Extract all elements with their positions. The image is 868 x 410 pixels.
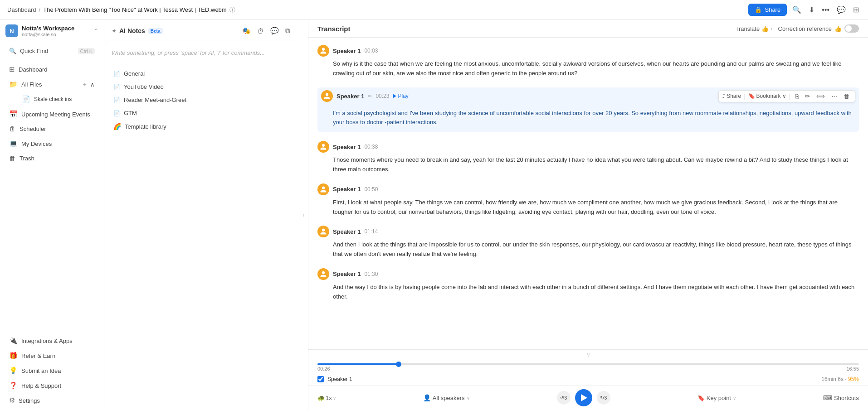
transcript-entry-6: Speaker 1 01:30 And the way I do this is… — [317, 268, 859, 302]
shortcuts-button[interactable]: ⌨ Shortcuts — [823, 394, 859, 401]
speed-chevron-icon: ∨ — [333, 396, 336, 400]
translate-thumb-icon: 👍 — [761, 25, 769, 32]
speed-button[interactable]: 🐢 1x ∨ — [317, 395, 336, 401]
speaker-avatar — [321, 90, 333, 102]
speaker-checkbox[interactable] — [317, 376, 324, 382]
list-item-general[interactable]: 📄 General — [110, 67, 293, 80]
comment-button[interactable]: 💬 — [835, 4, 848, 16]
timeline-thumb[interactable] — [396, 362, 401, 367]
topbar-actions: 🔒 Share 🔍 ⬇ ••• 💬 ⊞ — [748, 4, 861, 16]
sidebar-item-trash[interactable]: 🗑 Trash — [4, 151, 100, 165]
upcoming-icon: 📅 — [9, 110, 18, 118]
main-layout: N Notta's Workspace notta@skale.so ⌃ 🔍 Q… — [0, 20, 868, 410]
sidebar-item-upcoming[interactable]: 📅 Upcoming Meeting Events — [4, 107, 100, 121]
list-item-label: Template library — [125, 123, 166, 130]
workspace-header[interactable]: N Notta's Workspace notta@skale.so ⌃ — [0, 20, 104, 42]
edit-icon[interactable]: ✏ — [368, 93, 372, 99]
speaker-name: Speaker 1 — [336, 93, 364, 100]
transcript-entry-4: Speaker 1 00:50 First, I look at what pe… — [317, 183, 859, 217]
transcript-text: And then I look at the things that are i… — [317, 240, 859, 259]
correction-toggle[interactable] — [844, 24, 859, 33]
list-item-reader-meet[interactable]: 📄 Reader Meet-and-Greet — [110, 93, 293, 106]
quick-find[interactable]: 🔍 Quick Find Ctrl K — [4, 44, 100, 58]
share-button[interactable]: 🔒 Share — [748, 4, 787, 16]
copy-icon[interactable]: ⧉ — [284, 25, 292, 36]
sidebar-item-my-devices[interactable]: 💻 My Devices — [4, 136, 100, 151]
copy-action-button[interactable]: ⎘ — [793, 92, 800, 101]
play-icon — [581, 394, 587, 401]
download-button[interactable]: ⬇ — [807, 4, 816, 16]
list-item-youtube[interactable]: 📄 YouTube Video — [110, 80, 293, 93]
sidebar-item-integrations[interactable]: 🔌 Integrations & Apps — [4, 333, 100, 348]
trash-icon: 🗑 — [9, 154, 16, 162]
more-options-button[interactable]: ••• — [820, 4, 831, 16]
list-item-gtm[interactable]: 📄 GTM — [110, 106, 293, 120]
doc-icon: 📄 — [113, 110, 120, 116]
sidebar-item-submit-idea[interactable]: 💡 Submit an Idea — [4, 363, 100, 378]
play-inline-button[interactable]: Play — [393, 93, 408, 99]
emoji-icon[interactable]: 🎭 — [241, 25, 252, 36]
workspace-name: Notta's Workspace — [22, 25, 90, 32]
speakers-chevron-icon: ∨ — [467, 396, 470, 400]
file-icon: 📄 — [22, 95, 30, 103]
chat-icon[interactable]: 💬 — [269, 25, 280, 36]
translate-action-button[interactable]: ⟺ — [814, 92, 827, 101]
sidebar-item-help-support[interactable]: ❓ Help & Support — [4, 378, 100, 393]
sidebar-item-skale-check-ins[interactable]: 📄 Skale check ins — [16, 92, 100, 106]
scroll-indicator: ∨ — [308, 350, 868, 360]
skip-forward-button[interactable]: ↻3 — [597, 391, 610, 405]
play-main-button[interactable] — [575, 389, 592, 406]
ai-notes-placeholder[interactable]: Write something, or press 'space' for AI… — [104, 42, 299, 63]
sidebar-item-dashboard[interactable]: ⊞ Dashboard — [4, 62, 100, 77]
speed-emoji: 🐢 — [317, 395, 325, 401]
transcript-content: Speaker 1 00:03 So why is it the case th… — [308, 38, 868, 349]
add-icon[interactable]: + — [83, 81, 87, 88]
speaker-time: 00:50 — [364, 186, 378, 193]
all-files-icon: 📁 — [9, 80, 18, 88]
bookmark-action-button[interactable]: 🔖 Bookmark ∨ — [748, 93, 786, 99]
collapse-handle[interactable]: ‹ — [299, 20, 308, 410]
breadcrumb-dashboard[interactable]: Dashboard — [7, 6, 36, 13]
layout-button[interactable]: ⊞ — [851, 4, 861, 16]
ai-notes-list: 📄 General 📄 YouTube Video 📄 Reader Meet-… — [104, 63, 299, 137]
translate-label: Translate — [735, 25, 760, 32]
speed-label: 1x — [326, 395, 332, 401]
sidebar-item-label: Scheduler — [20, 125, 95, 132]
more-action-button[interactable]: ⋯ — [829, 92, 839, 101]
search-button[interactable]: 🔍 — [790, 4, 803, 16]
ai-notes-header: ✦ AI Notes Beta 🎭 ⏱ 💬 ⧉ — [104, 20, 299, 42]
clock-icon[interactable]: ⏱ — [256, 26, 265, 36]
edit-action-button[interactable]: ✏ — [803, 92, 812, 101]
chevron-down-icon: ∨ — [586, 352, 590, 358]
scheduler-icon: 🗓 — [9, 125, 16, 133]
sidebar-item-label: My Devices — [21, 140, 95, 147]
speaker-name: Speaker 1 — [333, 48, 361, 54]
sidebar-item-scheduler[interactable]: 🗓 Scheduler — [4, 122, 100, 136]
keypoint-button[interactable]: 🔖 Key point ∨ — [697, 395, 736, 401]
speaker-avatar — [317, 183, 329, 195]
transcript-text: And the way I do this is by having peopl… — [317, 283, 859, 302]
sidebar-item-label: Upcoming Meeting Events — [21, 111, 95, 118]
speakers-button[interactable]: 👤 All speakers ∨ — [423, 394, 470, 401]
timeline-track[interactable] — [317, 363, 859, 365]
sidebar-item-label: Integrations & Apps — [21, 338, 95, 344]
delete-action-button[interactable]: 🗑 — [842, 92, 851, 101]
keyboard-icon: ⌨ — [823, 394, 832, 401]
sidebar-item-all-files[interactable]: 📁 All Files + ∧ — [4, 77, 100, 92]
sidebar-item-settings[interactable]: ⚙ Settings — [4, 393, 100, 408]
skip-back-button[interactable]: ↺3 — [557, 391, 571, 405]
speaker-header: Speaker 1 01:30 — [317, 268, 859, 280]
breadcrumb: Dashboard / The Problem With Being "Too … — [7, 6, 745, 14]
sidebar-item-label: Dashboard — [19, 66, 95, 73]
chevron-up-icon[interactable]: ∧ — [90, 81, 95, 88]
doc-icon: 📄 — [113, 71, 120, 77]
translate-button[interactable]: Translate 👍 › — [735, 25, 772, 32]
sidebar-item-refer-earn[interactable]: 🎁 Refer & Earn — [4, 348, 100, 363]
sidebar-item-label: All Files — [21, 81, 79, 88]
player-section: ∨ 00:26 16:55 Speaker 1 — [308, 349, 868, 410]
info-icon[interactable]: ⓘ — [229, 6, 235, 14]
sidebar-item-label: Refer & Earn — [21, 352, 95, 359]
breadcrumb-current: The Problem With Being "Too Nice" at Wor… — [43, 6, 226, 13]
list-item-template[interactable]: 🌈 Template library — [110, 120, 293, 133]
share-action-button[interactable]: ⤴ Share — [722, 93, 741, 99]
